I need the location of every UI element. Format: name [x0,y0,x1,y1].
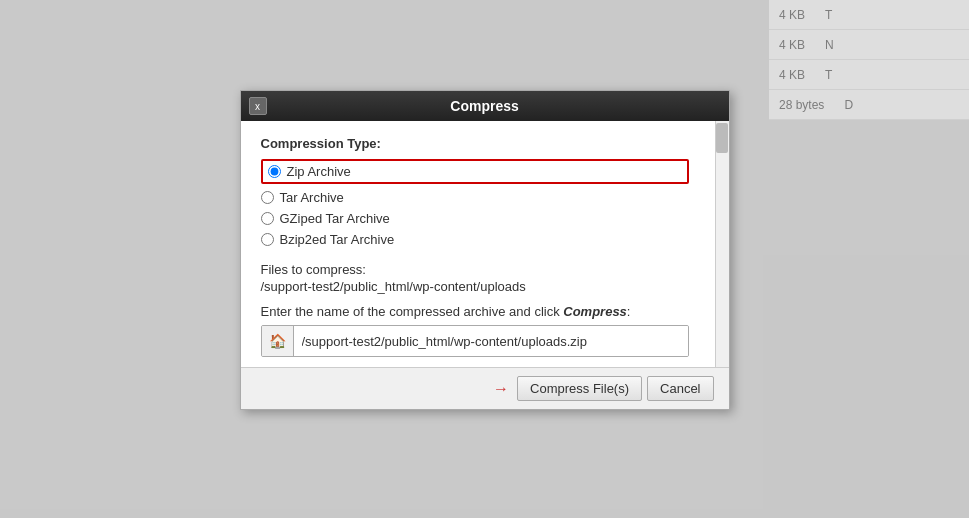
arrow-icon: → [493,380,509,398]
compression-type-radio-group: Zip Archive Tar Archive GZiped Tar Archi… [261,159,689,247]
dialog-content: Compression Type: Zip Archive Tar Archiv… [261,136,709,357]
radio-tar[interactable] [261,191,274,204]
archive-name-label: Enter the name of the compressed archive… [261,304,689,319]
compression-type-label: Compression Type: [261,136,689,151]
scrollbar-thumb[interactable] [716,123,728,153]
radio-item-gzip[interactable]: GZiped Tar Archive [261,211,689,226]
radio-item-zip[interactable]: Zip Archive [261,159,689,184]
archive-label-post: : [627,304,631,319]
compress-dialog: x Compress Compression Type: Zip Archive [240,90,730,410]
dialog-scrollbar[interactable] [715,121,729,367]
radio-label-zip: Zip Archive [287,164,351,179]
radio-label-gzip: GZiped Tar Archive [280,211,390,226]
home-icon: 🏠 [269,333,286,349]
radio-label-bzip: Bzip2ed Tar Archive [280,232,395,247]
radio-bzip[interactable] [261,233,274,246]
dialog-title: Compress [450,98,518,114]
dialog-body: Compression Type: Zip Archive Tar Archiv… [241,121,729,367]
archive-input-row: 🏠 [261,325,689,357]
radio-item-bzip[interactable]: Bzip2ed Tar Archive [261,232,689,247]
dialog-titlebar: x Compress [241,91,729,121]
close-icon: x [255,101,260,112]
home-button[interactable]: 🏠 [262,326,294,356]
compress-button[interactable]: Compress File(s) [517,376,642,401]
files-label: Files to compress: [261,262,689,277]
files-path: /support-test2/public_html/wp-content/up… [261,279,689,294]
archive-label-pre: Enter the name of the compressed archive… [261,304,564,319]
archive-name-input[interactable] [294,326,688,356]
cancel-button[interactable]: Cancel [647,376,713,401]
archive-label-italic: Compress [563,304,627,319]
dialog-footer: → Compress File(s) Cancel [241,367,729,409]
dialog-overlay: x Compress Compression Type: Zip Archive [0,0,969,518]
radio-gzip[interactable] [261,212,274,225]
radio-item-tar[interactable]: Tar Archive [261,190,689,205]
radio-zip[interactable] [268,165,281,178]
radio-label-tar: Tar Archive [280,190,344,205]
files-section: Files to compress: /support-test2/public… [261,262,689,294]
dialog-close-button[interactable]: x [249,97,267,115]
